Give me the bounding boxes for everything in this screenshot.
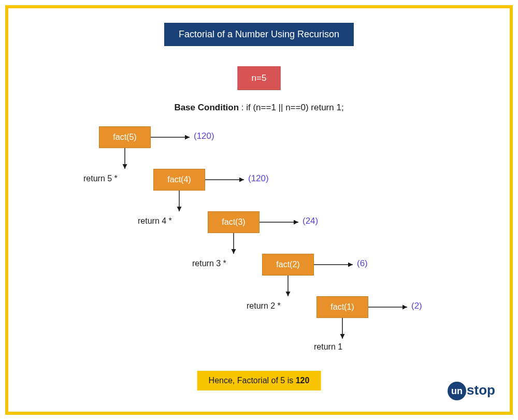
- fact-4-box: fact(4): [153, 169, 205, 191]
- value-24: (24): [303, 216, 318, 226]
- return-2-label: return 2 *: [247, 301, 281, 311]
- base-condition-label: Base Condition: [174, 103, 239, 112]
- return-4-label: return 4 *: [138, 216, 172, 226]
- fact-3-box: fact(3): [208, 211, 260, 233]
- result-box: Hence, Factorial of 5 is 120: [197, 371, 321, 390]
- unstop-logo: unstop: [448, 382, 495, 400]
- base-condition: Base Condition : if (n==1 || n==0) retur…: [174, 103, 343, 113]
- value-120b: (120): [248, 173, 269, 184]
- return-3-label: return 3 *: [192, 259, 226, 268]
- return-1-label: return 1: [314, 342, 342, 352]
- fact-5-box: fact(5): [99, 126, 151, 148]
- fact-1-box: fact(1): [316, 296, 368, 318]
- value-6: (6): [357, 258, 368, 269]
- fact-2-box: fact(2): [262, 254, 314, 276]
- result-value: 120: [296, 376, 310, 385]
- result-prefix: Hence, Factorial of 5 is: [209, 376, 296, 385]
- base-condition-text: : if (n==1 || n==0) return 1;: [239, 103, 344, 112]
- diagram-title: Factorial of a Number Using Recurison: [164, 23, 354, 46]
- return-5-label: return 5 *: [83, 174, 118, 183]
- logo-text: stop: [467, 382, 495, 398]
- value-120a: (120): [194, 131, 214, 141]
- value-2: (2): [411, 301, 422, 311]
- logo-circle: un: [448, 382, 466, 400]
- input-n-box: n=5: [238, 66, 281, 90]
- diagram-frame: Factorial of a Number Using Recurison n=…: [5, 5, 513, 415]
